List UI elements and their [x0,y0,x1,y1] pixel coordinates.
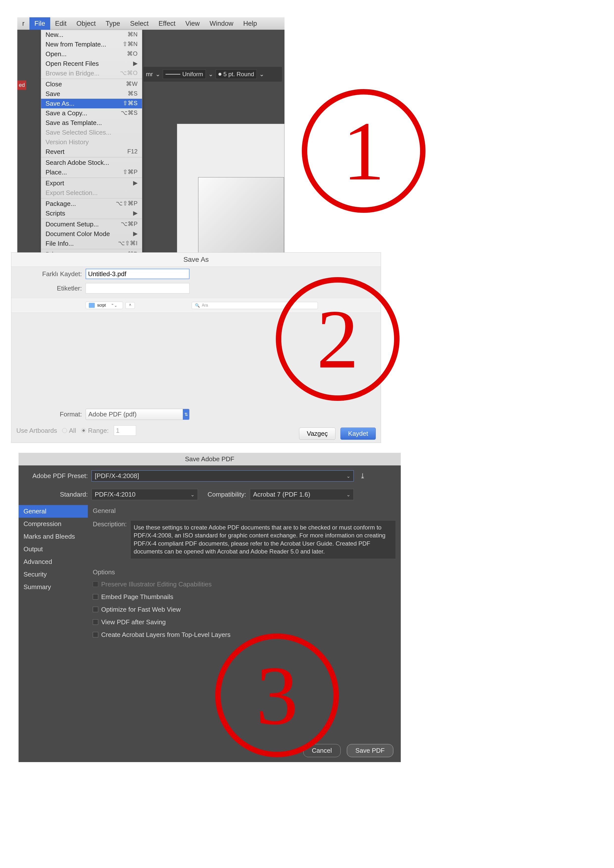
sidebar-item-advanced[interactable]: Advanced [19,555,88,568]
menu-object[interactable]: Object [71,17,101,30]
standard-select[interactable]: PDF/X-4:2010⌄ [91,489,198,500]
checkbox-icon [93,607,98,612]
menu-item[interactable]: Save as Template... [41,118,142,128]
checkbox-option[interactable]: Optimize for Fast Web View [93,603,396,616]
menu-item[interactable]: Export▶ [41,178,142,188]
checkbox-icon [93,594,98,600]
expand-button[interactable]: ＾ [126,302,135,309]
sidebar-item-security[interactable]: Security [19,568,88,581]
artboard [177,124,284,265]
folder-name: scrpt [97,303,106,308]
menu-item[interactable]: Search Adobe Stock... [41,158,142,167]
menu-r[interactable]: r [17,17,29,30]
checkbox-option: Preserve Illustrator Editing Capabilitie… [93,578,396,591]
menu-item[interactable]: Document Color Mode▶ [41,229,142,239]
menu-select[interactable]: Select [125,17,154,30]
checkbox-option[interactable]: Embed Page Thumbnails [93,591,396,603]
compat-select[interactable]: Acrobat 7 (PDF 1.6)⌄ [250,489,354,500]
doc-tab-fragment: ed [17,81,26,90]
description-label: Description: [93,520,127,559]
dialog-title: Save Adobe PDF [19,453,401,465]
description-text: Use these settings to create Adobe PDF d… [130,520,396,559]
menu-item[interactable]: Package...⌥⇧⌘P [41,199,142,209]
checkbox-icon [93,581,98,587]
illustrator-window: rFileEditObjectTypeSelectEffectViewWindo… [17,17,284,265]
tags-input[interactable] [85,283,189,293]
menu-item: Export Selection... [41,188,142,198]
options-heading: Options [93,566,396,578]
search-placeholder: Ara [202,303,208,308]
sidebar: GeneralCompressionMarks and BleedsOutput… [19,502,88,643]
chevron-updown-icon: ⌃⌄ [109,303,120,308]
sidebar-item-general[interactable]: General [19,505,88,518]
section-heading: General [93,505,396,517]
checkbox-icon [93,632,98,637]
menu-item[interactable]: Open Recent Files▶ [41,59,142,68]
preset-select[interactable]: [PDF/X-4:2008]⌄ [91,470,354,482]
tags-label: Etiketler: [16,285,85,292]
compat-label: Compatibility: [202,491,246,498]
format-label: Format: [16,411,85,418]
checkbox-option[interactable]: View PDF after Saving [93,616,396,628]
menu-item[interactable]: Close⌘W [41,79,142,89]
control-bar: mr ⌄ Uniform ⌄ 5 pt. Round ⌄ [144,67,282,82]
menu-item: Browse in Bridge...⌥⌘O [41,68,142,78]
filename-input[interactable] [85,269,189,279]
all-radio [62,428,67,433]
menu-view[interactable]: View [180,17,205,30]
chevron-updown-icon: ⇅ [183,409,189,420]
menu-item[interactable]: New...⌘N [41,30,142,40]
menu-item[interactable]: Save⌘S [41,89,142,99]
menu-item[interactable]: Open...⌘O [41,49,142,59]
menu-item[interactable]: RevertF12 [41,147,142,157]
control-mr: mr [146,71,153,78]
chevron-down-icon[interactable]: ⌄ [259,71,264,78]
checkbox-option[interactable]: Create Acrobat Layers from Top-Level Lay… [93,628,396,641]
chevron-down-icon: ⌄ [346,473,350,479]
chevron-down-icon: ⌄ [191,491,195,498]
all-label: All [69,427,76,434]
step-badge-2: 2 [276,277,400,401]
file-menu-dropdown: New...⌘NNew from Template...⇧⌘NOpen...⌘O… [41,30,142,260]
menu-item[interactable]: Place...⇧⌘P [41,167,142,177]
menu-item[interactable]: File Info...⌥⇧⌘I [41,239,142,248]
sidebar-item-output[interactable]: Output [19,543,88,555]
chevron-down-icon[interactable]: ⌄ [155,71,160,78]
menu-item: Version History [41,137,142,147]
menu-type[interactable]: Type [101,17,125,30]
save-pdf-button[interactable]: Save PDF [347,744,394,757]
chevron-down-icon[interactable]: ⌄ [208,71,213,78]
menu-effect[interactable]: Effect [154,17,181,30]
menu-item[interactable]: Save a Copy...⌥⌘S [41,108,142,118]
save-button[interactable]: Kaydet [340,428,376,440]
dialog-title: Save As [11,253,381,267]
menu-file[interactable]: File [29,17,50,30]
menu-edit[interactable]: Edit [50,17,72,30]
checkbox-icon [93,619,98,625]
search-icon: 🔍 [195,303,200,308]
save-preset-icon[interactable]: ⤓ [357,471,367,481]
standard-label: Standard: [26,491,88,498]
preset-label: Adobe PDF Preset: [26,472,88,480]
sidebar-item-summary[interactable]: Summary [19,581,88,594]
cancel-button[interactable]: Vazgeç [299,428,335,440]
step-badge-1: 1 [302,89,425,213]
menu-window[interactable]: Window [205,17,238,30]
menu-item[interactable]: New from Template...⇧⌘N [41,40,142,49]
menu-item[interactable]: Save As...⇧⌘S [41,99,142,108]
brush-select[interactable]: 5 pt. Round [216,70,257,79]
sidebar-item-compression[interactable]: Compression [19,518,88,530]
menu-item[interactable]: Document Setup...⌥⌘P [41,220,142,229]
range-radio [81,428,86,433]
folder-select[interactable]: scrpt ⌃⌄ [85,302,123,309]
filename-label: Farklı Kaydet: [16,270,85,278]
menu-help[interactable]: Help [238,17,262,30]
range-label: Range: [88,427,109,434]
use-artboards-label: Use Artboards [16,427,57,434]
save-pdf-dialog: Save Adobe PDF Adobe PDF Preset: [PDF/X-… [19,453,401,762]
format-select[interactable]: Adobe PDF (pdf) ⇅ [85,409,189,420]
sidebar-item-marks-and-bleeds[interactable]: Marks and Bleeds [19,530,88,543]
menu-item[interactable]: Scripts▶ [41,209,142,218]
folder-icon [89,303,95,308]
stroke-style-select[interactable]: Uniform [163,70,206,79]
